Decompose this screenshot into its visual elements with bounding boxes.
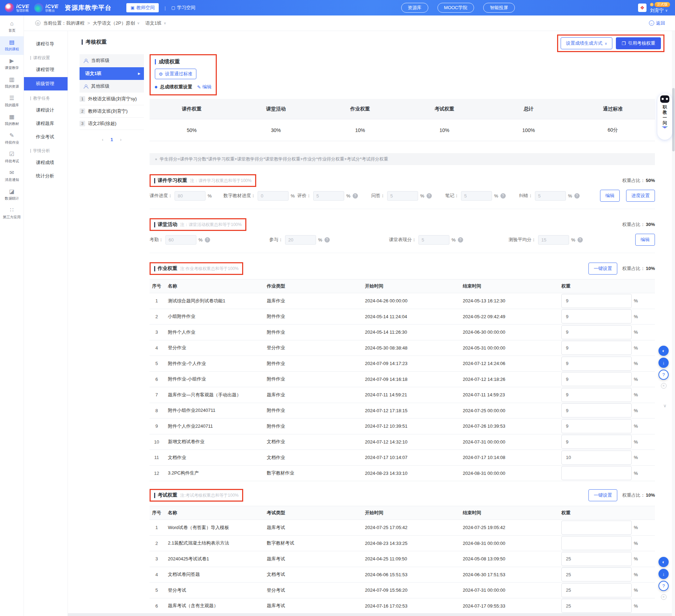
help-icon[interactable]: ? (324, 237, 330, 243)
sidebar-item-6[interactable]: 课程题库 (24, 117, 68, 130)
courseware-input-2[interactable] (313, 191, 344, 201)
page-scrollbar[interactable] (672, 31, 675, 616)
homework-weight-input[interactable] (561, 294, 632, 308)
sidebar-item-7[interactable]: 作业考试 (24, 130, 68, 144)
download-icon[interactable]: ↓ (658, 358, 669, 368)
exam-cell-weight: % (557, 552, 655, 566)
close-icon[interactable]: ✕ (661, 594, 667, 600)
assistant-widget[interactable]: 职教一问 (657, 93, 672, 140)
class-chevron-down-icon[interactable]: ∨ (164, 21, 166, 25)
homework-table-row: 6附件作业-小组作业附件作业2024-07-09 14:16:182024-07… (150, 372, 655, 388)
homework-weight-input[interactable] (561, 388, 632, 402)
homework-weight-input[interactable] (561, 451, 632, 465)
progress-setting-button[interactable]: 进度设置 (626, 190, 655, 202)
current-class-item[interactable]: 语文1班 ▶ (80, 67, 144, 80)
breadcrumb-course[interactable]: 大学语文（2P）原创 (93, 20, 135, 26)
courseware-input-3[interactable] (387, 191, 418, 201)
homework-weight-input[interactable] (561, 435, 632, 449)
close-icon[interactable]: ✕ (661, 383, 667, 389)
courseware-input-1[interactable] (258, 191, 289, 201)
back-button[interactable]: ←返回 (649, 20, 665, 26)
sidebar-item-5[interactable]: 课程设计 (24, 103, 68, 117)
help-icon[interactable]: ? (574, 193, 580, 199)
pager-prev-icon[interactable]: ‹ (102, 137, 103, 142)
activity-input-1[interactable] (285, 235, 316, 245)
rail-item-statistics[interactable]: ◪数据统计 (0, 186, 24, 204)
header-pill-0[interactable]: 资源库 (401, 3, 428, 13)
homework-weight-input[interactable] (561, 403, 632, 417)
learn-space-button[interactable]: ▢学习空间 (171, 5, 195, 11)
help-icon[interactable]: ? (353, 193, 358, 199)
homework-weight-input[interactable] (561, 419, 632, 433)
activity-input-0[interactable] (165, 235, 196, 245)
service-icon[interactable]: ◐ (658, 557, 669, 567)
header-pill-1[interactable]: MOOC学院 (437, 3, 474, 13)
sidebar-item-10[interactable]: 统计分析 (24, 169, 68, 183)
sidebar-item-2[interactable]: 课程管理 (24, 63, 68, 76)
courseware-input-5[interactable] (535, 191, 566, 201)
scrollbar-thumb[interactable] (672, 88, 675, 151)
rail-item-messages[interactable]: ✉消息通知 (0, 167, 24, 186)
help-icon[interactable]: ? (427, 193, 432, 199)
help-icon[interactable]: ? (458, 237, 463, 243)
rail-item-teaching[interactable]: ▶课堂教学 (0, 55, 24, 74)
class-list-item[interactable]: 2教师语文班(刘育宁) (80, 105, 144, 118)
exam-weight-input[interactable] (561, 552, 632, 566)
homework-weight-input[interactable] (561, 341, 632, 355)
download-icon[interactable]: ↓ (658, 569, 669, 579)
homework-weight-input[interactable] (561, 466, 632, 480)
help-icon[interactable]: ? (578, 237, 583, 243)
rail-item-question-bank[interactable]: ☰我的题库 (0, 92, 24, 111)
rail-item-textbook[interactable]: ▦我的教材 (0, 111, 24, 130)
help-icon[interactable]: ? (658, 581, 669, 591)
pager-page-1[interactable]: 1 (111, 137, 113, 142)
sidebar-item-0[interactable]: 课程引导 (24, 37, 68, 51)
header-pill-2[interactable]: 智能投屏 (483, 3, 515, 13)
user-menu[interactable]: 刘育宁∨ (650, 7, 668, 14)
sidebar-item-9[interactable]: 课程成绩 (24, 156, 68, 169)
rail-item-home[interactable]: ⌂首页 (0, 18, 24, 36)
rail-item-homework-review[interactable]: ✎待批作业 (0, 130, 24, 148)
help-icon[interactable]: ? (205, 237, 210, 243)
exam-cell-start: 2024-07-16 17:02:53 (361, 603, 459, 609)
exam-quick-set-button[interactable]: 一键设置 (588, 489, 617, 501)
rail-item-resources[interactable]: ▥我的资源 (0, 74, 24, 92)
courseware-input-0[interactable] (175, 191, 206, 201)
class-list-item[interactable]: 1外校语文班级(刘育宁sy) (80, 93, 144, 105)
courseware-edit-button[interactable]: 编辑 (600, 190, 620, 202)
set-pass-standard-button[interactable]: ⚙设置通过标准 (155, 69, 196, 79)
import-assessment-weight-button[interactable]: ❐引用考核权重 (616, 37, 661, 49)
rail-item-courses[interactable]: ▤我的课程 (0, 36, 24, 55)
class-list-item[interactable]: 3语文2班(徐超) (80, 118, 144, 130)
chevron-down-icon: ∨ (665, 8, 668, 12)
activity-input-3[interactable] (538, 235, 569, 245)
activity-edit-button[interactable]: 编辑 (635, 234, 655, 246)
service-icon[interactable]: ◐ (658, 346, 669, 356)
pager-next-icon[interactable]: › (120, 137, 121, 142)
exam-weight-input[interactable] (561, 567, 632, 582)
rail-item-third-party[interactable]: ∷第三方应用 (0, 204, 24, 223)
exam-weight-input[interactable] (561, 536, 632, 550)
breadcrumb-class[interactable]: 语文1班 (145, 20, 162, 26)
rail-item-exam-review[interactable]: ☑待批考试 (0, 148, 24, 167)
sidebar-item-3[interactable]: 班级管理 (24, 77, 68, 90)
edit-total-weight-link[interactable]: ✎编辑 (197, 84, 212, 90)
breadcrumb-my-courses[interactable]: 我的课程 (66, 20, 84, 26)
homework-weight-input[interactable] (561, 309, 632, 323)
homework-weight-input[interactable] (561, 325, 632, 339)
courseware-input-4[interactable] (461, 191, 492, 201)
exam-weight-input[interactable] (561, 583, 632, 597)
user-app-icon[interactable]: ❖ (638, 4, 646, 12)
homework-weight-input[interactable] (561, 357, 632, 371)
set-grade-method-button[interactable]: 设置成绩生成方式∨ (561, 37, 612, 49)
exam-weight-input[interactable] (561, 599, 632, 613)
help-icon[interactable]: ? (500, 193, 506, 199)
exam-weight-input[interactable] (561, 521, 632, 535)
help-icon[interactable]: ? (658, 370, 669, 380)
teacher-space-button[interactable]: ▣教师空间 (126, 3, 159, 12)
activity-input-2[interactable] (418, 235, 449, 245)
collapse-chevron-icon[interactable]: ∨ (663, 403, 667, 408)
homework-weight-input[interactable] (561, 372, 632, 386)
homework-quick-set-button[interactable]: 一键设置 (588, 263, 617, 275)
course-chevron-down-icon[interactable]: ∨ (137, 21, 140, 25)
